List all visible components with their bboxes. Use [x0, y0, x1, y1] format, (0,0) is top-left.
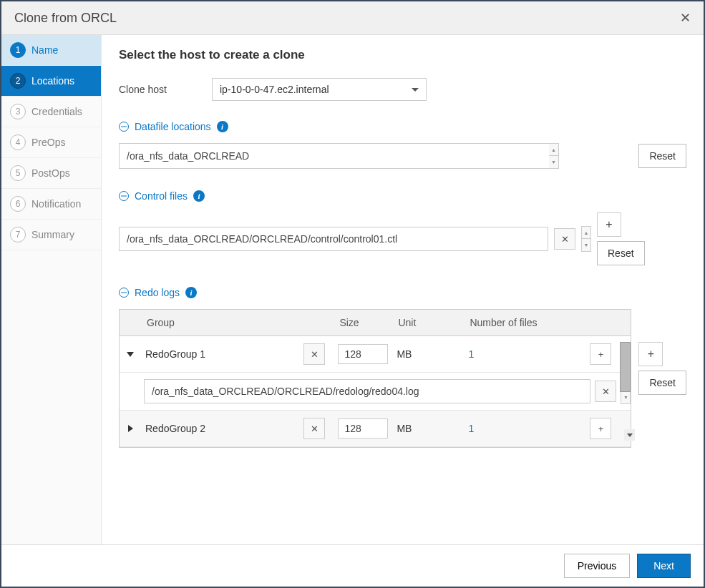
dialog-footer: Previous Next [1, 544, 704, 587]
control-row: ✕ ▲ ▼ + Reset [119, 212, 686, 265]
sidebar-item-label: Name [31, 44, 58, 56]
datafile-stepper[interactable]: ▲ ▼ [549, 143, 559, 169]
sidebar-item-label: PostOps [31, 167, 70, 179]
step-number-7: 7 [10, 227, 26, 242]
redo-nfiles-link[interactable]: 1 [464, 348, 585, 360]
info-icon[interactable]: i [185, 287, 197, 298]
redo-group-name: RedoGroup 1 [141, 348, 299, 360]
clone-host-label: Clone host [119, 84, 212, 95]
chevron-right-icon [128, 425, 133, 432]
dialog-body: 1 Name 2 Locations 3 Credentials 4 PreOp… [1, 35, 704, 544]
redo-logs-area: Group Size Unit Number of files RedoGrou… [119, 309, 686, 448]
redo-group-name: RedoGroup 2 [141, 423, 299, 434]
sidebar-item-label: Summary [31, 229, 74, 240]
redo-section-toggle[interactable]: Redo logs i [119, 287, 197, 298]
step-number-5: 5 [10, 165, 26, 181]
control-header-label: Control files [135, 190, 188, 202]
control-stepper[interactable]: ▲ ▼ [581, 226, 591, 252]
sidebar-item-credentials[interactable]: 3 Credentials [1, 97, 101, 127]
redo-row-1: RedoGroup 1 ✕ MB 1 + [120, 336, 631, 373]
chevron-down-icon [127, 352, 134, 357]
datafile-section-toggle[interactable]: Datafile locations i [119, 121, 228, 132]
redo-row-1-path: ✕ ▲ ▼ [120, 373, 631, 411]
control-remove-button[interactable]: ✕ [554, 228, 575, 250]
sidebar-item-preops[interactable]: 4 PreOps [1, 127, 101, 158]
redo-reset-button[interactable]: Reset [638, 371, 686, 395]
dialog-header: Clone from ORCL ✕ [1, 1, 704, 35]
sidebar-item-label: Notification [31, 198, 81, 210]
collapse-icon [119, 191, 129, 201]
sidebar-item-summary[interactable]: 7 Summary [1, 220, 101, 250]
redo-row-2: RedoGroup 2 ✕ MB 1 + [120, 411, 631, 447]
stepper-up-icon[interactable]: ▲ [549, 144, 558, 156]
redo-table-header: Group Size Unit Number of files [120, 310, 631, 336]
redo-size-input[interactable] [338, 418, 388, 438]
stepper-down-icon[interactable]: ▼ [621, 391, 630, 403]
control-add-button[interactable]: + [597, 212, 621, 237]
chevron-down-icon [412, 88, 419, 92]
sidebar-item-notification[interactable]: 6 Notification [1, 189, 101, 220]
redo-row-remove-button[interactable]: ✕ [303, 418, 325, 439]
step-number-6: 6 [10, 196, 26, 212]
redo-unit: MB [392, 423, 464, 434]
info-icon[interactable]: i [217, 121, 228, 132]
step-number-2: 2 [10, 73, 26, 89]
redo-row-add-button[interactable]: + [590, 418, 611, 439]
sidebar-item-label: Locations [31, 75, 74, 87]
redo-size-input[interactable] [338, 344, 388, 364]
next-button[interactable]: Next [637, 554, 691, 578]
close-icon[interactable]: ✕ [680, 10, 691, 26]
redo-unit: MB [392, 348, 464, 360]
control-section-toggle[interactable]: Control files i [119, 190, 205, 202]
sidebar-item-name[interactable]: 1 Name [1, 35, 101, 66]
step-number-4: 4 [10, 134, 26, 150]
step-number-1: 1 [10, 42, 26, 58]
col-unit: Unit [392, 317, 464, 328]
clone-dialog: Clone from ORCL ✕ 1 Name 2 Locations 3 C… [1, 1, 704, 587]
redo-row-remove-button[interactable]: ✕ [303, 343, 325, 365]
redo-path-remove-button[interactable]: ✕ [595, 381, 616, 402]
col-size: Size [334, 317, 392, 328]
control-file-input[interactable] [119, 227, 548, 251]
datafile-header-label: Datafile locations [135, 121, 211, 132]
redo-table: Group Size Unit Number of files RedoGrou… [119, 309, 631, 448]
stepper-down-icon[interactable]: ▼ [582, 239, 590, 251]
datafile-row: ▲ ▼ Reset [119, 143, 686, 169]
redo-scrollbar[interactable] [620, 342, 631, 366]
stepper-down-icon[interactable]: ▼ [549, 156, 558, 168]
redo-nfiles-link[interactable]: 1 [464, 423, 585, 434]
expand-toggle-1[interactable] [120, 352, 141, 357]
collapse-icon [119, 288, 129, 298]
col-group: Group [141, 317, 299, 328]
datafile-reset-button[interactable]: Reset [638, 144, 686, 168]
clone-host-value: ip-10-0-0-47.ec2.internal [220, 84, 329, 95]
redo-add-button[interactable]: + [638, 342, 663, 366]
datafile-input[interactable] [119, 143, 549, 169]
redo-row-add-button[interactable]: + [590, 343, 611, 365]
sidebar-item-label: PreOps [31, 137, 65, 148]
dialog-title: Clone from ORCL [14, 11, 117, 26]
main-panel: Select the host to create a clone Clone … [102, 35, 704, 544]
step-number-3: 3 [10, 104, 26, 119]
previous-button[interactable]: Previous [564, 554, 630, 578]
clone-host-dropdown[interactable]: ip-10-0-0-47.ec2.internal [212, 78, 427, 101]
expand-toggle-2[interactable] [120, 425, 141, 432]
sidebar-item-label: Credentials [31, 106, 82, 117]
wizard-sidebar: 1 Name 2 Locations 3 Credentials 4 PreOp… [1, 35, 102, 544]
redo-header-label: Redo logs [135, 287, 180, 298]
clone-host-row: Clone host ip-10-0-0-47.ec2.internal [119, 78, 686, 101]
page-title: Select the host to create a clone [119, 48, 686, 62]
collapse-icon [119, 122, 129, 132]
redo-path-input[interactable] [144, 379, 590, 403]
stepper-up-icon[interactable]: ▲ [582, 227, 590, 239]
col-nfiles: Number of files [464, 317, 585, 328]
info-icon[interactable]: i [193, 190, 205, 202]
sidebar-item-postops[interactable]: 5 PostOps [1, 158, 101, 189]
control-reset-button[interactable]: Reset [597, 241, 645, 265]
sidebar-item-locations[interactable]: 2 Locations [1, 66, 101, 97]
redo-scrollbar[interactable] [624, 416, 635, 441]
